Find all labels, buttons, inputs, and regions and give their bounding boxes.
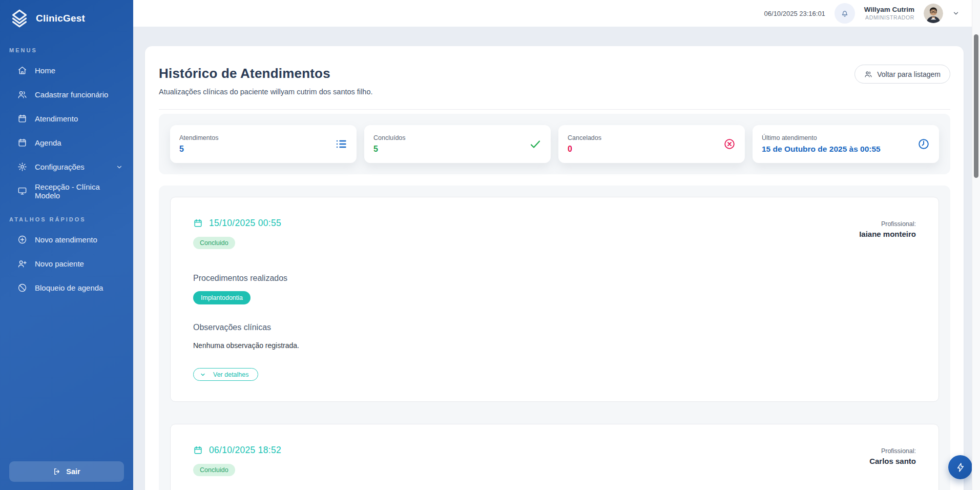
appointment-date-block: 06/10/2025 18:52 Concluido [193,445,281,476]
sidebar-menu: Home Cadastrar funcionário Atendimento A… [0,58,133,203]
status-badge: Concluido [193,237,235,249]
sidebar-item-configuracoes[interactable]: Configurações [0,155,133,179]
stat-card-ultimo-atendimento: Último atendimento 15 de Outubro de 2025… [753,125,939,163]
stat-label: Cancelados [568,134,601,141]
avatar[interactable] [924,4,943,23]
sidebar-item-bloqueio-agenda[interactable]: Bloqueio de agenda [0,276,133,300]
sidebar-item-label: Novo paciente [35,259,84,268]
quick-actions-fab[interactable] [948,455,972,479]
sidebar-item-agenda[interactable]: Agenda [0,131,133,155]
appointment-header: 15/10/2025 00:55 Concluido Profissional:… [193,218,916,249]
main-content: Histórico de Atendimentos Atualizações c… [133,27,980,490]
sidebar-item-label: Agenda [35,138,61,147]
sidebar-item-label: Cadastrar funcionário [35,90,108,99]
sidebar-shortcuts: Novo atendimento Novo paciente Bloqueio … [0,228,133,300]
observations-title: Observações clínicas [193,323,916,332]
logout-icon [53,467,61,476]
app-title: ClinicGest [36,13,85,24]
chevron-down-icon[interactable] [952,10,960,17]
check-icon [529,138,541,150]
gear-icon [17,162,27,172]
page-subtitle: Atualizações clínicas do paciente willya… [159,88,950,96]
sidebar-item-atendimento[interactable]: Atendimento [0,107,133,131]
professional-label: Profissional: [869,446,916,456]
clinicgest-logo-icon [9,8,30,29]
sidebar-item-label: Configurações [35,162,85,171]
sidebar-item-label: Novo atendimento [35,235,97,244]
list-icon [335,138,347,150]
sidebar-item-label: Atendimento [35,114,78,123]
professional-block: Profissional: Iaiane monteiro [859,218,916,240]
back-to-list-button[interactable]: Voltar para listagem [854,65,950,84]
stat-value: 0 [568,145,601,154]
home-icon [17,66,27,75]
stat-card-concluidos: Concluídos 5 [364,125,551,163]
professional-block: Profissional: Carlos santo [869,445,916,467]
users-icon [864,70,872,78]
appointment-header: 06/10/2025 18:52 Concluido Profissional:… [193,445,916,476]
appointment-date-row: 15/10/2025 00:55 [193,218,281,229]
plus-circle-icon [17,235,27,244]
monitor-icon [17,186,27,196]
sidebar-item-home[interactable]: Home [0,58,133,83]
professional-name: Iaiane monteiro [859,229,916,240]
page-header: Histórico de Atendimentos Atualizações c… [159,59,950,96]
chevron-down-icon [200,372,206,378]
sidebar-section-menus: MENUS [0,34,133,58]
calendar-icon [17,114,27,124]
scrollbar-thumb[interactable] [974,34,978,178]
sidebar-item-label: Home [35,66,55,75]
calendar-icon [193,218,203,228]
appointment-datetime: 06/10/2025 18:52 [209,445,281,456]
page-title: Histórico de Atendimentos [159,66,950,81]
sidebar-item-novo-paciente[interactable]: Novo paciente [0,252,133,276]
clock-icon [918,138,930,150]
notifications-button[interactable] [835,3,855,24]
logout-label: Sair [66,467,80,476]
x-circle-icon [723,138,736,150]
stat-value: 5 [373,145,406,154]
chevron-down-icon [116,164,123,171]
logout-button[interactable]: Sair [9,461,124,482]
users-icon [17,90,27,99]
sidebar-item-cadastrar-funcionario[interactable]: Cadastrar funcionário [0,83,133,107]
sidebar-section-atalhos: ATALHOS RÁPIDOS [0,203,133,228]
details-button-label: Ver detalhes [213,371,249,378]
ban-icon [17,283,27,293]
stat-card-atendimentos: Atendimentos 5 [170,125,357,163]
procedures-title: Procedimentos realizados [193,274,916,283]
calendar-icon [17,138,27,148]
stat-label: Atendimentos [179,134,218,141]
user-menu[interactable]: Willyam Cutrim ADMINISTRADOR [864,6,914,21]
appointment-date-row: 06/10/2025 18:52 [193,445,281,456]
appointment-date-block: 15/10/2025 00:55 Concluido [193,218,281,249]
appointments-list: 15/10/2025 00:55 Concluido Profissional:… [159,186,950,490]
details-button[interactable]: Ver detalhes [193,368,258,381]
sidebar: ClinicGest MENUS Home Cadastrar funcioná… [0,0,133,490]
header-datetime: 06/10/2025 23:16:01 [764,10,825,17]
professional-label: Profissional: [859,219,916,229]
procedure-tag: Implantodontia [193,291,251,304]
stat-value: 5 [179,145,218,154]
back-button-label: Voltar para listagem [877,70,941,78]
status-badge: Concluido [193,464,235,476]
user-name: Willyam Cutrim [864,6,914,14]
observations-text: Nenhuma observação registrada. [193,341,916,350]
appointment-card: 15/10/2025 00:55 Concluido Profissional:… [170,197,939,402]
professional-name: Carlos santo [869,456,916,467]
top-header: 06/10/2025 23:16:01 Willyam Cutrim ADMIN… [133,0,980,27]
sidebar-item-label: Recepção - Clínica Modelo [35,182,123,200]
appointment-card: 06/10/2025 18:52 Concluido Profissional:… [170,424,939,490]
stat-label: Último atendimento [762,134,881,141]
sidebar-item-novo-atendimento[interactable]: Novo atendimento [0,228,133,252]
app-logo[interactable]: ClinicGest [0,0,133,34]
stat-card-cancelados: Cancelados 0 [558,125,745,163]
calendar-icon [193,445,203,455]
user-role: ADMINISTRADOR [864,14,914,21]
bell-icon [840,9,849,18]
lightning-icon [955,462,966,473]
stat-label: Concluídos [373,134,406,141]
vertical-scrollbar[interactable] [972,0,980,490]
divider [159,109,950,110]
sidebar-item-recepcao[interactable]: Recepção - Clínica Modelo [0,179,133,203]
